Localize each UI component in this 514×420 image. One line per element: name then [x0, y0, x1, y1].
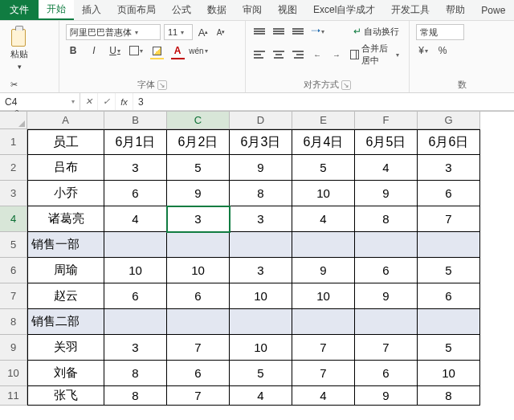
align-top-icon[interactable] [252, 24, 267, 39]
underline-button[interactable]: U [108, 43, 122, 58]
font-size-combo[interactable]: 11 ▾ [164, 24, 193, 40]
phonetic-button[interactable]: wén [191, 43, 206, 58]
increase-font-icon[interactable]: A▴ [196, 25, 210, 39]
cell[interactable]: 6 [418, 283, 480, 309]
font-color-button[interactable]: A [170, 43, 185, 58]
cell[interactable]: 6月6日 [418, 129, 480, 155]
cell[interactable]: 小乔 [27, 181, 104, 206]
cell[interactable]: 10 [292, 283, 355, 309]
cell[interactable]: 6 [104, 283, 167, 309]
cell[interactable] [104, 232, 167, 258]
cell[interactable]: 吕布 [27, 155, 104, 181]
cell[interactable] [418, 232, 480, 258]
cell[interactable] [292, 309, 355, 335]
row-header[interactable]: 8 [0, 309, 27, 335]
tab-view[interactable]: 视图 [270, 0, 305, 20]
cell[interactable]: 5 [418, 258, 480, 283]
column-header[interactable]: G [418, 112, 480, 129]
cell[interactable]: 7 [167, 386, 230, 406]
cell[interactable]: 9 [355, 181, 418, 206]
cell[interactable]: 8 [418, 386, 480, 406]
cell[interactable]: 10 [230, 335, 292, 361]
cell[interactable]: 3 [104, 335, 167, 361]
cell[interactable]: 4 [230, 386, 292, 406]
cell[interactable]: 9 [167, 181, 230, 206]
cell[interactable]: 4 [292, 206, 355, 232]
cell[interactable]: 9 [355, 386, 418, 406]
cell[interactable] [355, 309, 418, 335]
cell[interactable]: 5 [167, 155, 230, 181]
cell[interactable] [167, 309, 230, 335]
align-center-icon[interactable] [271, 47, 286, 62]
align-middle-icon[interactable] [271, 24, 286, 39]
tab-insert[interactable]: 插入 [74, 0, 109, 20]
spreadsheet-grid[interactable]: ABCDEFG1员工6月1日6月2日6月3日6月4日6月5日6月6日2吕布359… [0, 111, 514, 406]
select-all-button[interactable] [0, 112, 27, 129]
cell[interactable]: 10 [292, 181, 355, 206]
cell[interactable]: 8 [104, 386, 167, 406]
column-header[interactable]: F [355, 112, 418, 129]
row-header[interactable]: 11 [0, 386, 27, 406]
cell[interactable]: 9 [230, 155, 292, 181]
cell[interactable]: 9 [292, 258, 355, 283]
cell[interactable] [104, 309, 167, 335]
cell[interactable]: 7 [292, 361, 355, 386]
cell[interactable]: 4 [292, 386, 355, 406]
tab-custom[interactable]: Excel自学成才 [305, 0, 383, 20]
number-format-combo[interactable]: 常规 [416, 24, 464, 40]
cell[interactable]: 4 [355, 155, 418, 181]
align-launcher-icon[interactable]: ↘ [341, 80, 351, 90]
cell[interactable]: 6 [167, 283, 230, 309]
increase-indent-icon[interactable] [329, 47, 344, 62]
cell[interactable]: 8 [355, 206, 418, 232]
cell[interactable]: 10 [418, 361, 480, 386]
cell[interactable]: 刘备 [27, 361, 104, 386]
border-button[interactable] [128, 43, 143, 58]
row-header[interactable]: 9 [0, 335, 27, 361]
tab-review[interactable]: 审阅 [235, 0, 270, 20]
cell[interactable]: 6 [355, 361, 418, 386]
percent-format-icon[interactable]: % [435, 43, 450, 58]
cell[interactable]: 3 [104, 155, 167, 181]
cell[interactable]: 6月4日 [292, 129, 355, 155]
orientation-icon[interactable]: ⭬ [310, 24, 324, 39]
row-header[interactable]: 6 [0, 258, 27, 283]
column-header[interactable]: E [292, 112, 355, 129]
row-header[interactable]: 3 [0, 181, 27, 206]
cell[interactable]: 3 [230, 206, 292, 232]
align-right-icon[interactable] [291, 47, 305, 62]
cell[interactable]: 5 [292, 155, 355, 181]
cell[interactable] [230, 309, 292, 335]
merge-center-button[interactable]: 合并后居中 [347, 42, 402, 67]
cell[interactable]: 销售二部 [27, 309, 104, 335]
cell[interactable]: 关羽 [27, 335, 104, 361]
italic-button[interactable]: I [87, 43, 101, 58]
column-header[interactable]: C [167, 112, 230, 129]
row-header[interactable]: 5 [0, 232, 27, 258]
accounting-format-icon[interactable]: ¥ [416, 43, 430, 58]
font-launcher-icon[interactable]: ↘ [157, 80, 167, 90]
insert-function-icon[interactable]: fx [116, 93, 133, 110]
cell[interactable]: 9 [355, 283, 418, 309]
cell[interactable] [418, 309, 480, 335]
cell[interactable]: 6 [167, 361, 230, 386]
tab-power[interactable]: Powe [473, 0, 513, 20]
bold-button[interactable]: B [66, 43, 80, 58]
cell[interactable]: 诸葛亮 [27, 206, 104, 232]
cell[interactable]: 7 [418, 206, 480, 232]
cell[interactable] [355, 232, 418, 258]
column-header[interactable]: B [104, 112, 167, 129]
align-bottom-icon[interactable] [291, 24, 305, 39]
name-box[interactable]: C4 ▾ [0, 93, 80, 110]
cell[interactable]: 5 [418, 335, 480, 361]
cell[interactable]: 张飞 [27, 386, 104, 406]
tab-developer[interactable]: 开发工具 [383, 0, 438, 20]
tab-data[interactable]: 数据 [199, 0, 235, 20]
column-header[interactable]: A [27, 112, 104, 129]
paste-dropdown-icon[interactable]: ▾ [14, 60, 25, 73]
cell[interactable] [167, 232, 230, 258]
enter-formula-icon[interactable]: ✓ [98, 93, 116, 110]
fill-color-button[interactable] [149, 43, 164, 58]
cell[interactable]: 3 [167, 206, 230, 232]
column-header[interactable]: D [230, 112, 292, 129]
